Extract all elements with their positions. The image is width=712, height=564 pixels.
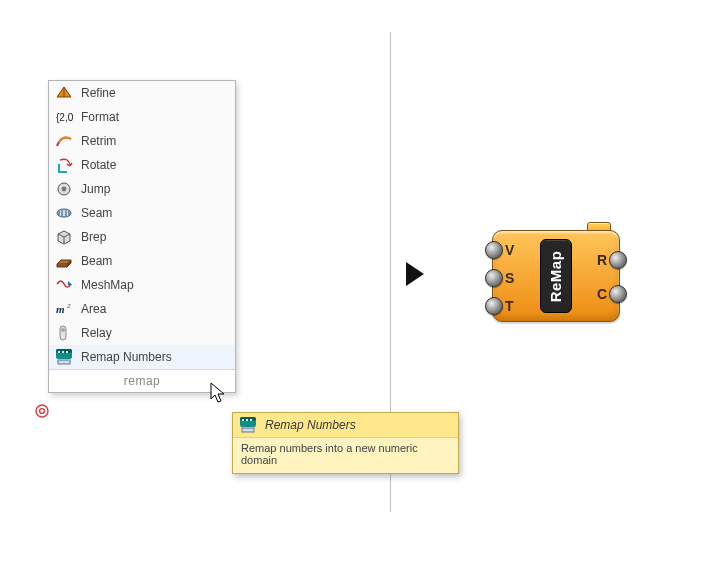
- port-label: R: [597, 253, 607, 267]
- seam-icon: [55, 204, 73, 222]
- menu-item-label: Remap Numbers: [81, 350, 229, 364]
- input-port-t[interactable]: [485, 297, 503, 315]
- menu-item-label: Brep: [81, 230, 229, 244]
- menu-item-label: Format: [81, 110, 229, 124]
- menu-item-remap[interactable]: Remap Numbers: [49, 345, 235, 369]
- output-port-r[interactable]: [609, 251, 627, 269]
- menu-item-rotate[interactable]: Rotate: [49, 153, 235, 177]
- component-body[interactable]: ReMap V S T R C: [492, 230, 620, 322]
- port-label: S: [505, 271, 514, 285]
- component-name-label: ReMap: [540, 239, 572, 313]
- remap-icon: [239, 416, 257, 434]
- input-port-s[interactable]: [485, 269, 503, 287]
- svg-text:2: 2: [67, 302, 71, 310]
- menu-item-label: Relay: [81, 326, 229, 340]
- svg-point-15: [40, 409, 45, 414]
- svg-rect-20: [250, 419, 252, 421]
- menu-item-format[interactable]: {2,0}Format: [49, 105, 235, 129]
- svg-rect-18: [242, 419, 244, 421]
- menu-item-label: Beam: [81, 254, 229, 268]
- tooltip: Remap Numbers Remap numbers into a new n…: [232, 412, 459, 474]
- svg-point-7: [61, 328, 65, 332]
- port-label: T: [505, 299, 514, 313]
- port-label: V: [505, 243, 514, 257]
- menu-item-relay[interactable]: Relay: [49, 321, 235, 345]
- svg-rect-13: [58, 360, 70, 364]
- output-port-c[interactable]: [609, 285, 627, 303]
- menu-item-area[interactable]: m2Area: [49, 297, 235, 321]
- menu-item-label: Seam: [81, 206, 229, 220]
- svg-text:{2,0}: {2,0}: [56, 112, 73, 123]
- menu-item-jump[interactable]: Jump: [49, 177, 235, 201]
- port-label: C: [597, 287, 607, 301]
- target-icon: [34, 403, 50, 419]
- svg-rect-21: [242, 428, 254, 432]
- component-search-menu[interactable]: Refine{2,0}FormatRetrimRotateJumpSeamBre…: [48, 80, 236, 393]
- menu-item-brep[interactable]: Brep: [49, 225, 235, 249]
- svg-rect-11: [62, 351, 64, 353]
- meshmap-icon: [55, 276, 73, 294]
- tooltip-body: Remap numbers into a new numeric domain: [233, 437, 458, 473]
- svg-text:m: m: [56, 303, 65, 315]
- menu-item-meshmap[interactable]: MeshMap: [49, 273, 235, 297]
- svg-rect-12: [66, 351, 68, 353]
- area-icon: m2: [55, 300, 73, 318]
- remap-component[interactable]: ReMap V S T R C: [492, 230, 620, 322]
- svg-point-2: [62, 187, 67, 192]
- menu-item-refine[interactable]: Refine: [49, 81, 235, 105]
- brep-icon: [55, 228, 73, 246]
- refine-icon: [55, 84, 73, 102]
- svg-rect-19: [246, 419, 248, 421]
- beam-icon: [55, 252, 73, 270]
- relay-icon: [55, 324, 73, 342]
- format-icon: {2,0}: [55, 108, 73, 126]
- jump-icon: [55, 180, 73, 198]
- canvas-arrow-icon: [404, 260, 426, 288]
- tooltip-title: Remap Numbers: [265, 418, 356, 432]
- search-input[interactable]: remap: [49, 369, 235, 392]
- retrim-icon: [55, 132, 73, 150]
- menu-item-beam[interactable]: Beam: [49, 249, 235, 273]
- menu-item-label: Retrim: [81, 134, 229, 148]
- menu-item-retrim[interactable]: Retrim: [49, 129, 235, 153]
- menu-item-label: MeshMap: [81, 278, 229, 292]
- rotate-icon: [55, 156, 73, 174]
- remap-icon: [55, 348, 73, 366]
- menu-item-label: Area: [81, 302, 229, 316]
- svg-rect-10: [58, 351, 60, 353]
- input-port-v[interactable]: [485, 241, 503, 259]
- menu-item-label: Rotate: [81, 158, 229, 172]
- menu-item-label: Refine: [81, 86, 229, 100]
- menu-item-label: Jump: [81, 182, 229, 196]
- menu-item-seam[interactable]: Seam: [49, 201, 235, 225]
- svg-point-14: [36, 405, 48, 417]
